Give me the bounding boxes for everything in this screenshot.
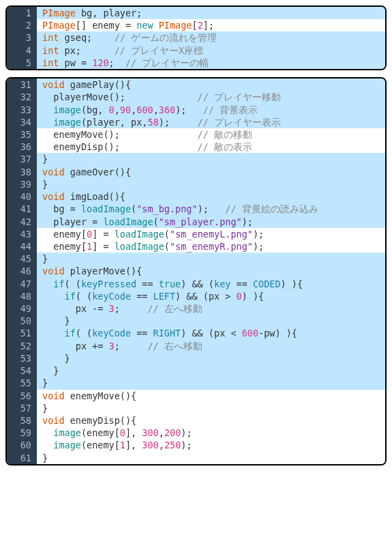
code-content[interactable]: image(enemy[0], 300,200); (37, 427, 385, 439)
code-content[interactable]: px -= 3; // 左へ移動 (37, 302, 385, 315)
token-id: pw (59, 57, 81, 68)
token-punct: ( (81, 427, 87, 438)
token-punct: ( (131, 203, 136, 214)
code-content[interactable]: player = loadImage("sm_player.png"); (37, 216, 385, 228)
token-num: 200 (164, 427, 181, 438)
token-cmt: // 敵の表示 (198, 141, 252, 152)
code-content[interactable]: image(enemy[1], 300,250); (37, 439, 385, 451)
code-content[interactable]: } (37, 153, 385, 165)
token-id: pw (264, 328, 275, 339)
token-type: int (42, 57, 59, 68)
token-punct: [ (115, 440, 120, 450)
code-line: 58void enemyDisp(){ (7, 414, 385, 427)
code-content[interactable]: if( (keyPressed == true) && (key == CODE… (37, 278, 385, 290)
token-punct: ); (242, 216, 253, 227)
token-type: void (42, 191, 65, 202)
code-content[interactable]: } (37, 377, 385, 389)
token-punct: ; (76, 45, 115, 56)
code-content[interactable]: void gamePlay(){ (37, 78, 385, 91)
token-cmt: // ゲームの流れを管理 (115, 32, 217, 43)
code-line: 60 image(enemy[1], 300,250); (7, 439, 385, 451)
code-content[interactable]: void gameOver(){ (37, 166, 385, 178)
token-id: px (59, 45, 75, 56)
code-line: 33 image(bg, 0,90,600,360); // 背景表示 (7, 104, 385, 116)
code-content[interactable]: PImage[] enemy = new PImage[2]; (37, 19, 385, 31)
code-content[interactable]: void imgLoad(){ (37, 190, 385, 203)
token-type: PImage (42, 20, 76, 31)
token-fn: image (53, 427, 81, 438)
token-punct: (){ (125, 266, 142, 276)
token-type: PImage (159, 20, 192, 31)
token-punct: ( (81, 104, 87, 115)
code-content[interactable]: int pw = 120; // プレイヤーの幅 (37, 57, 385, 69)
token-punct: , (120, 117, 131, 128)
code-line: 49 px -= 3; // 左へ移動 (7, 302, 385, 315)
code-content[interactable]: int px; // プレイヤーX座標 (37, 44, 385, 57)
code-content[interactable]: void playerMove(){ (37, 265, 385, 277)
token-punct: ], (125, 427, 142, 438)
code-block-2: 31void gamePlay(){32 playerMove(); // プレ… (5, 77, 387, 465)
token-cmt: // 敵の移動 (198, 129, 252, 140)
line-number: 54 (7, 364, 37, 377)
code-content[interactable]: image(bg, 0,90,600,360); // 背景表示 (37, 104, 385, 116)
code-content[interactable]: } (37, 364, 385, 377)
token-type: void (42, 79, 65, 90)
token-id: gamePlay (65, 79, 115, 90)
line-number: 53 (7, 352, 37, 364)
token-cmt: // 左へ移動 (147, 303, 202, 314)
token-num: 0 (109, 104, 115, 115)
code-content[interactable]: } (37, 402, 385, 414)
token-id: enemy (87, 440, 115, 450)
token-const: keyPressed (81, 278, 136, 289)
token-type: void (42, 390, 65, 401)
line-number: 57 (7, 402, 37, 414)
code-content[interactable]: if( (keyCode == RIGHT) && (px < 600-pw) … (37, 327, 385, 339)
code-content[interactable]: } (37, 253, 385, 265)
line-number: 5 (7, 57, 37, 69)
code-line: 42 player = loadImage("sm_player.png"); (7, 216, 385, 228)
code-content[interactable]: playerMove(); // プレイヤー移動 (37, 91, 385, 103)
code-content[interactable]: enemyMove(); // 敵の移動 (37, 128, 385, 141)
line-number: 37 (7, 153, 37, 165)
code-content[interactable]: } (37, 315, 385, 327)
line-number: 44 (7, 240, 37, 253)
code-content[interactable]: enemyDisp(); // 敵の表示 (37, 141, 385, 153)
line-number: 2 (7, 19, 37, 31)
code-content[interactable]: enemy[0] = loadImage("sm_enemyL.png"); (37, 228, 385, 240)
token-punct: == (131, 328, 153, 339)
code-line: 37} (7, 153, 385, 165)
token-kw: new (136, 20, 159, 31)
code-line: 47 if( (keyPressed == true) && (key == C… (7, 278, 385, 290)
code-content[interactable]: PImage bg, player; (37, 7, 385, 19)
token-str: "sm_enemyL.png" (170, 229, 253, 240)
token-num: 0 (87, 229, 92, 240)
code-content[interactable]: } (37, 178, 385, 190)
code-content[interactable]: } (37, 452, 385, 464)
code-content[interactable]: enemy[1] = loadImage("sm_enemyR.png"); (37, 240, 385, 253)
line-number: 42 (7, 216, 37, 228)
code-line: 50 } (7, 315, 385, 327)
token-punct: -= (92, 303, 108, 314)
token-type: void (42, 266, 65, 276)
code-content[interactable]: px += 3; // 右へ移動 (37, 340, 385, 352)
code-content[interactable]: image(player, px,58); // プレイヤー表示 (37, 116, 385, 128)
code-content[interactable]: int gseq; // ゲームの流れを管理 (37, 31, 385, 44)
token-id: px (76, 341, 92, 352)
token-punct: ( ( (76, 291, 92, 302)
token-type: int (42, 45, 59, 56)
token-id: enemy (92, 20, 125, 31)
code-content[interactable]: bg = loadImage("sm_bg.png"); // 背景絵の読み込み (37, 203, 385, 215)
token-id: player (53, 216, 92, 227)
line-number: 1 (7, 7, 37, 19)
token-id: player (103, 8, 136, 18)
token-punct: ]; (203, 20, 214, 31)
token-punct: ( ( (65, 278, 81, 289)
token-punct: ; (136, 8, 142, 18)
code-content[interactable]: void enemyMove(){ (37, 390, 385, 402)
code-content[interactable]: } (37, 352, 385, 364)
token-punct: } (42, 253, 48, 264)
code-line: 34 image(player, px,58); // プレイヤー表示 (7, 116, 385, 128)
code-line: 5int pw = 120; // プレイヤーの幅 (7, 57, 385, 69)
code-content[interactable]: void enemyDisp(){ (37, 414, 385, 427)
code-content[interactable]: if( (keyCode == LEFT) && (px > 0) ){ (37, 290, 385, 302)
